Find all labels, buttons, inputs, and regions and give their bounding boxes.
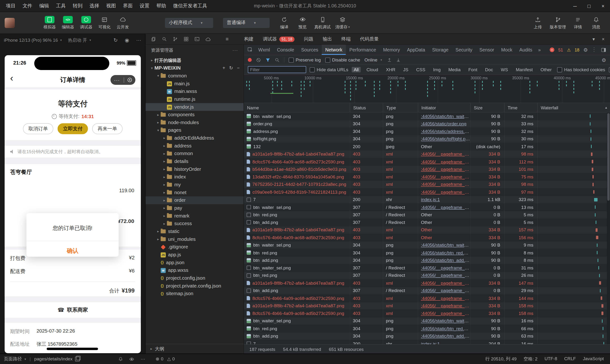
filter-type-js[interactable]: JS [401,67,410,72]
menu-item-转到[interactable]: 转到 [69,0,86,12]
network-request-row[interactable]: order.png304png:44056/static/order.png90… [244,120,610,128]
grid-icon[interactable] [184,37,189,41]
tree-item-sitemap.json[interactable]: {}sitemap.json [146,290,244,298]
network-filter-input[interactable] [248,66,306,73]
scrollbar-track[interactable] [607,112,610,344]
initiator-link[interactable]: :44056/static/btn_red.png [421,326,470,331]
network-request-row[interactable]: b544d3ba-a1ae-4d20-a860-81cb5dec9e03.png… [244,166,610,173]
tree-item-pay[interactable]: ▸pay [146,204,244,212]
devtools-tab-sources[interactable]: Sources [298,45,322,55]
menu-icon[interactable]: ≡ [226,36,229,42]
devtools-tab-appdata[interactable]: AppData [403,45,429,55]
problems-indicator[interactable]: ⊗0 △0 [156,356,175,362]
devtools-tab-mock[interactable]: Mock [498,45,516,55]
devtools-tab-sensor[interactable]: Sensor [476,45,497,55]
tree-item-order[interactable]: ▸order [146,196,244,204]
reorder-button[interactable]: 再来一单 [92,123,122,134]
scrollbar-thumb[interactable] [607,113,610,201]
initiator-link[interactable]: :44056/__pageframe__/_… [421,311,470,316]
network-request-row[interactable]: 76752350-2121-44d2-b477-10791c23a8ec.png… [244,181,610,188]
network-request-row[interactable]: a101a1e9-8f8b-47b2-afa4-1abd47ea0a87.png… [244,279,610,287]
search-icon[interactable] [275,57,280,62]
export-har-icon[interactable] [396,58,401,62]
initiator-link[interactable]: :44056/static/btn_waiter_… [421,243,470,247]
tree-item-main.js[interactable]: JSmain.js [146,80,244,88]
menu-item-设置[interactable]: 设置 [136,0,153,12]
disable-cache-checkbox[interactable]: Disable cache [325,57,360,62]
menu-item-文件[interactable]: 文件 [19,0,36,12]
panel-tab-输出[interactable]: 输出 [318,34,337,44]
initiator-link[interactable]: :44056/static/btn_add.png [421,334,470,338]
initiator-link[interactable]: :44056/__pageframe__/_pa… [421,190,470,195]
initiator-link[interactable]: :44056/__pageframe__/_… [421,303,470,308]
more-icon[interactable]: ··· [141,357,145,361]
network-request-row[interactable]: btn_waiter_sel.png307/ Redirect:44056/__… [244,264,610,272]
panel-tab-终端[interactable]: 终端 [337,34,355,44]
initiator-link[interactable]: :44056/__pageframe__/_… [421,281,470,286]
copy-path-icon[interactable] [75,357,80,361]
pay-now-button[interactable]: 立即支付 [58,123,88,134]
inspect-element-icon[interactable] [246,47,255,53]
initiator-link[interactable]: :44056/__pageframe__/_pa… [421,182,470,187]
maximize-button[interactable]: □ [582,0,596,12]
toolbar-button-版本管理[interactable]: 版本管理 [547,16,569,30]
refresh-icon[interactable]: ↻ [229,65,233,71]
terminal-icon[interactable] [195,37,199,41]
blocked-requests-checkbox[interactable]: Blocked Requests [609,67,610,72]
initiator-link[interactable]: :44056/static/order.png [421,121,467,126]
menu-item-编辑[interactable]: 编辑 [36,0,52,12]
tree-item-common[interactable]: ▾common [146,72,244,80]
tree-item-vendor.js[interactable]: JSvendor.js [146,103,244,111]
network-request-row[interactable]: a101a1e9-8f8b-47b2-afa4-1abd47ea0a87.png… [244,302,610,310]
filter-type-css[interactable]: CSS [414,67,427,72]
outline-section[interactable]: ▸ 大纲 [146,344,244,353]
devtools-tab-memory[interactable]: Memory [380,45,403,55]
tree-item-node-modules[interactable]: ▸node-modules [146,119,244,127]
network-request-row[interactable]: btn_waiter_sel.png304png:44056/static/bt… [244,241,610,249]
tree-item-pages[interactable]: ▾pages [146,127,244,134]
tree-item-app.wxss[interactable]: Wapp.wxss [146,266,244,274]
device-select[interactable]: iPhone 12/13 (Pro) 96% 16 [4,38,58,42]
tree-item-runtime.js[interactable]: JSruntime.js [146,95,244,103]
column-header-initiator[interactable]: Initiator [418,103,470,112]
tree-item-details[interactable]: ▸details [146,157,244,165]
tree-item-common[interactable]: ▸common [146,150,244,158]
initiator-link[interactable]: :44056/static/btn_waiter_… [421,114,470,119]
initiator-link[interactable]: :44056/static/btn_waiter_… [421,319,470,324]
throttling-select[interactable]: Online ▾ [364,58,383,62]
confirm-button[interactable]: 确认 [26,245,119,257]
preserve-log-checkbox[interactable]: Preserve log [288,57,321,62]
devtools-tab-security[interactable]: Security [452,45,476,55]
tree-item-index[interactable]: ▸index [146,173,244,181]
menu-item-视图[interactable]: 视图 [103,0,119,12]
record-network-button[interactable] [248,58,252,62]
network-request-row[interactable]: btn_red.png304png:44056/static/btn_red.p… [244,249,610,257]
filter-type-media[interactable]: Media [447,67,463,72]
initiator-link[interactable]: :44056/__pageframe__/_… [421,288,470,293]
blocked-cookies-checkbox[interactable]: Has blocked cookies [557,67,605,72]
network-request-row[interactable]: btn_add.png304png:44056/static/btn_add.p… [244,257,610,264]
page-path-selector[interactable]: 页面路径 [4,356,22,362]
files-icon[interactable] [151,37,156,41]
network-request-row[interactable]: 8cfcc576-4b66-4a09-ac68-ad5b273c2590.png… [244,234,610,241]
settings-gear-icon[interactable]: ⚙ [583,47,588,53]
tree-item-static[interactable]: ▸static [146,228,244,235]
network-request-row[interactable]: btn_waiter_sel.png307/ Redirect:44056/__… [244,203,610,211]
network-request-row[interactable]: btn_red.png304png:44056/static/btn_red.p… [244,325,610,332]
network-request-row[interactable]: 13da832f-ef2c-484d-8370-5934a1045a06.png… [244,173,610,181]
tree-item-address[interactable]: ▸address [146,142,244,150]
toolbar-button-可视化[interactable]: 可视化 [95,16,114,30]
panel-tab-调试器[interactable]: 调试器51, 18 [258,34,299,44]
initiator-link[interactable]: :44056/__pageframe__/_pa… [421,167,470,172]
initiator-link[interactable]: index.js:1 [421,341,440,344]
filter-type-cloud[interactable]: Cloud [364,67,380,72]
filter-type-manifest[interactable]: Manifest [514,67,535,72]
network-request-row[interactable]: address.png304png:44056/static/address.p… [244,128,610,135]
import-har-icon[interactable] [387,58,392,62]
close-button[interactable]: × [596,0,610,12]
initiator-link[interactable]: :44056/__pageframe__/_pa… [421,152,470,156]
network-request-row[interactable]: btn_red.png307/ Redirect:44056/__pagefra… [244,272,610,279]
network-request-row[interactable]: 132200jpegOther(disk cache)17 ms [244,143,610,150]
devtools-tab-storage[interactable]: Storage [429,45,452,55]
initiator-link[interactable]: :44056/__pageframe__/_… [421,266,470,270]
